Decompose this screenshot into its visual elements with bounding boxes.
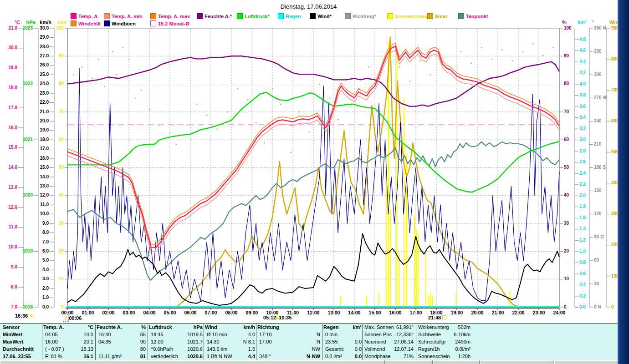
axis-tick-label: 17.0 xyxy=(40,146,49,151)
direction-dot xyxy=(169,132,170,133)
axis-tick-label: 3.6 xyxy=(579,104,586,109)
direction-dot xyxy=(481,47,482,48)
info-value: - 71% xyxy=(400,353,414,360)
table-divider xyxy=(256,324,256,360)
axis-tick-label: 7.0 xyxy=(11,304,17,309)
direction-dot xyxy=(553,47,554,48)
cell-value: 80 xyxy=(140,345,146,353)
cell-time: Gesamt: xyxy=(323,345,344,353)
axis-tick-label: 11.0 xyxy=(9,224,17,229)
axis-tick-label: 100 xyxy=(564,25,572,30)
direction-dot xyxy=(112,51,113,52)
cell-value: 16.1 xyxy=(84,353,93,360)
column-header: Richtung xyxy=(257,324,279,331)
table-info1: Max. Sonnen61,991°Sonnen Pos-12,336°Neum… xyxy=(364,324,414,361)
cell-time: F: 81 % xyxy=(43,353,62,360)
cell-value: 1.5 xyxy=(248,345,255,353)
axis-tick-label: 00:00 xyxy=(61,310,74,315)
info-value: 27.06.14 xyxy=(394,338,414,345)
axis-tick-label: 270 W xyxy=(594,95,607,100)
axis-tick-label: 8.0 xyxy=(42,230,49,235)
cell-time: 04:05 xyxy=(43,331,58,338)
axis-tick-label: 18:00 xyxy=(430,310,443,315)
cell-time: ( - 0.07 ) xyxy=(43,345,64,353)
axis-tick-label: 14.0 xyxy=(9,165,18,170)
cell-time: 0 min. xyxy=(323,331,339,338)
axis-tick-label: 0.4 xyxy=(579,282,586,287)
axis-tick-label: 20.0 xyxy=(9,45,18,50)
direction-dot xyxy=(149,109,150,110)
cell-time: 143.0 km xyxy=(205,345,227,353)
axis-tick-label: 19.0 xyxy=(40,127,49,132)
axis-tick-label: 3.0 xyxy=(579,137,586,142)
cell-time xyxy=(257,345,259,353)
cell-value: NW xyxy=(312,345,320,353)
cell-time: Ø 10 min. xyxy=(205,331,229,338)
axis-tick-label: 10.0 xyxy=(9,244,18,249)
axis-tick-label: hPa xyxy=(26,20,36,25)
axis-tick-label: 17:00 xyxy=(410,310,422,315)
cell-time: 16:40 xyxy=(97,331,111,338)
axis-tick-label: 3.4 xyxy=(579,115,586,120)
info-label: Sichtweite xyxy=(418,331,441,338)
axis-tick-label: 16.0 xyxy=(9,125,18,130)
axis-tick-label: 16.0 xyxy=(40,156,49,161)
row-label: 17.06. 23:55 xyxy=(3,353,31,360)
column-unit: l/m² xyxy=(353,324,362,331)
axis-tick-label: 1.0 xyxy=(579,249,586,254)
direction-dot xyxy=(280,104,281,105)
table-divider xyxy=(362,324,363,360)
axis-tick-label: 22:00 xyxy=(512,310,525,315)
table-row-labels: SensorMinWertMaxWertDurchschnitt17.06. 2… xyxy=(3,324,41,361)
direction-dot xyxy=(256,122,256,123)
cell-time xyxy=(97,345,98,353)
cell-value: 10.0 xyxy=(84,331,93,338)
info-label: Wolkenunterg xyxy=(418,324,449,331)
axis-tick-label: ° xyxy=(592,20,594,25)
axis-tick-label: 01:00 xyxy=(82,310,94,315)
axis-tick-label: 4.0 xyxy=(42,267,49,272)
axis-tick-label: 17.0 xyxy=(9,105,18,110)
axis-tick-label: 24:00 xyxy=(553,310,566,315)
axis-tick-label: 180 S xyxy=(594,165,606,170)
cell-time: 17:10 xyxy=(257,331,272,338)
info-value: -12,336° xyxy=(394,331,414,338)
info-label: Schneefallgr xyxy=(418,338,446,345)
cell-value: 0.0 xyxy=(355,353,362,360)
info-label: Vollmond xyxy=(364,345,385,353)
axis-tick-label: 0.0 xyxy=(579,304,586,309)
status-segment xyxy=(481,360,553,364)
cell-time: 348 ° xyxy=(257,353,271,360)
axis-tick-label: 10 xyxy=(59,276,64,281)
direction-dot xyxy=(291,152,291,152)
axis-tick-label: 0 xyxy=(61,304,64,309)
axis-tick-label: 1021 xyxy=(23,137,33,142)
info-value: 1:20h xyxy=(458,353,470,360)
cell-value: 15.13 xyxy=(81,345,93,353)
info-label: Sonnenschein xyxy=(418,353,450,360)
direction-dot xyxy=(460,51,461,52)
direction-dot xyxy=(135,97,136,98)
cell-time: 16:00 xyxy=(43,338,58,345)
direction-dot xyxy=(501,50,502,51)
column-header: Feuchte A. xyxy=(97,324,122,331)
axis-tick-label: 3.0 xyxy=(42,276,49,281)
cell-value: 1020.6 xyxy=(187,345,203,353)
cell-time: 1 Bft N-NW xyxy=(205,353,232,360)
cell-time: 0.0 l/m² xyxy=(323,353,342,360)
axis-tick-label: 330 xyxy=(594,49,602,54)
axis-tick-label: 23:00 xyxy=(533,310,545,315)
axis-tick-label: 20 xyxy=(564,248,569,253)
axis-tick-label: 20.0 xyxy=(40,118,49,123)
axis-tick-label: 50 xyxy=(564,165,569,170)
axis-tick-label: 06:00 xyxy=(184,310,197,315)
stats-table: SensorMinWertMaxWertDurchschnitt17.06. 2… xyxy=(0,323,618,361)
cell-time: 19:45 xyxy=(149,331,164,338)
axis-tick-label: 30 xyxy=(594,281,599,286)
direction-dot xyxy=(319,84,320,85)
axis-tick-label: 9.0 xyxy=(42,221,49,226)
row-label: Durchschnitt xyxy=(3,345,34,353)
cell-value: 0.0 xyxy=(355,345,362,353)
direction-dot xyxy=(237,88,238,89)
axis-tick-label: 0.2 xyxy=(579,293,586,298)
